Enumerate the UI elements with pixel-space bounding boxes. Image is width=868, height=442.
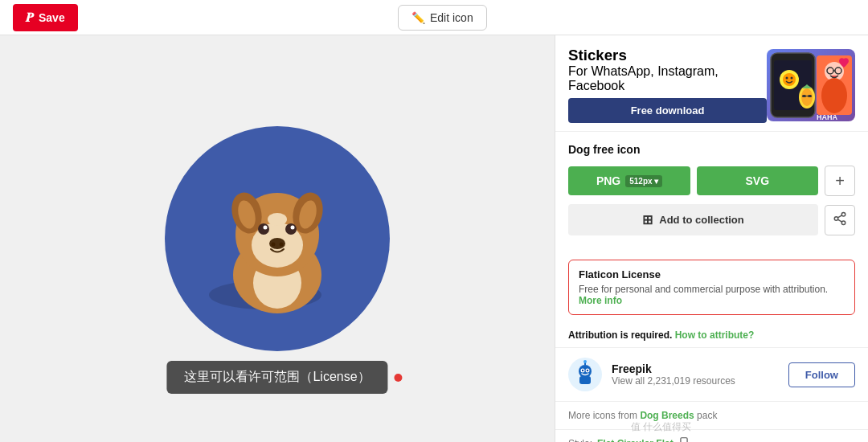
svg-point-41 [579, 365, 592, 378]
top-bar: 𝑷 Save ✏️ Edit icon [0, 0, 868, 35]
stickers-subtitle: For WhatsApp, Instagram, Facebook [568, 64, 767, 93]
watermark-text: 值 什么值得买 [631, 420, 691, 434]
svg-point-21 [786, 76, 788, 79]
icon-section: Dog free icon PNG 512px ▾ SVG + [555, 132, 868, 252]
style-section: Style: Flat Circular Flat [555, 430, 868, 442]
stickers-title: Stickers [568, 47, 767, 64]
collection-row: ⊞ Add to collection [568, 204, 855, 235]
stickers-section: Stickers For WhatsApp, Instagram, Facebo… [555, 35, 868, 132]
svg-point-48 [587, 370, 588, 371]
svg-point-44 [583, 360, 587, 363]
svg-label: SVG [745, 174, 769, 187]
license-tooltip: 这里可以看许可范围（License） [166, 361, 387, 394]
svg-rect-42 [579, 376, 591, 384]
svg-point-15 [280, 243, 284, 247]
dog-icon-circle [165, 126, 390, 351]
license-text: Free for personal and commercial purpose… [579, 284, 845, 306]
collection-label: Add to collection [659, 214, 743, 226]
pinterest-icon: 𝑷 [26, 10, 34, 25]
svg-point-35 [841, 213, 845, 217]
svg-download-button[interactable]: SVG [697, 166, 819, 195]
svg-point-16 [268, 213, 287, 226]
png-download-button[interactable]: PNG 512px ▾ [568, 166, 690, 195]
license-title: Flaticon License [579, 268, 845, 280]
stickers-download-button[interactable]: Free download [568, 98, 767, 123]
edit-icon: ✏️ [411, 11, 425, 24]
svg-line-38 [837, 219, 841, 222]
add-to-collection-button[interactable]: ⊞ Add to collection [568, 204, 818, 235]
svg-point-25 [821, 78, 847, 113]
stickers-download-label: Free download [631, 104, 705, 117]
svg-point-47 [582, 370, 583, 371]
attribution-required: Attribution is required. [568, 329, 672, 341]
license-box: Flaticon License Free for personal and c… [568, 260, 855, 315]
stickers-image: HAHA [767, 49, 855, 121]
pack-link[interactable]: Dog Breeds [640, 410, 694, 421]
follow-button[interactable]: Follow [788, 362, 855, 387]
svg-rect-32 [802, 95, 806, 97]
author-section: Freepik View all 2,231,019 resources Fol… [555, 348, 868, 402]
collection-icon: ⊞ [642, 212, 653, 227]
stickers-preview-svg: HAHA [767, 49, 855, 121]
how-to-attribute-link[interactable]: How to attribute? [675, 329, 755, 341]
share-button[interactable] [825, 205, 855, 235]
license-body: Free for personal and commercial purpose… [579, 284, 828, 295]
bookmark-icon [678, 436, 690, 442]
svg-point-14 [272, 243, 276, 247]
plus-button[interactable]: + [825, 166, 855, 196]
svg-point-12 [291, 226, 295, 230]
svg-text:HAHA: HAHA [817, 113, 837, 121]
tooltip-text: 这里可以看许可范围（License） [184, 369, 370, 386]
tooltip-dot [395, 374, 403, 382]
author-info: Freepik View all 2,231,019 resources [612, 362, 779, 387]
more-icons-text: More icons from [568, 410, 637, 421]
svg-point-10 [285, 223, 297, 235]
save-button[interactable]: 𝑷 Save [13, 4, 78, 31]
svg-point-31 [801, 88, 813, 106]
main-layout: 这里可以看许可范围（License） Stickers For WhatsApp… [0, 0, 868, 442]
size-badge: 512px ▾ [625, 175, 661, 187]
save-label: Save [39, 11, 65, 24]
svg-point-20 [783, 73, 796, 86]
svg-point-22 [791, 76, 793, 79]
more-info-link[interactable]: More info [579, 295, 622, 306]
dog-svg [197, 158, 358, 319]
plus-label: + [835, 172, 845, 190]
svg-point-36 [834, 217, 838, 221]
pack-suffix: pack [697, 410, 717, 421]
style-link[interactable]: Flat Circular Flat [597, 438, 674, 443]
svg-point-11 [264, 226, 268, 230]
right-panel: Stickers For WhatsApp, Instagram, Facebo… [555, 35, 868, 442]
author-resources: View all 2,231,019 resources [612, 375, 779, 387]
share-icon [833, 211, 847, 228]
author-name: Freepik [612, 362, 779, 375]
author-avatar [568, 358, 602, 391]
svg-point-9 [258, 223, 269, 235]
style-label: Style: [568, 438, 592, 443]
icon-title: Dog free icon [568, 143, 855, 156]
freepik-avatar-svg [571, 360, 600, 389]
png-label: PNG [596, 174, 620, 187]
dropdown-arrow: ▾ [654, 177, 658, 186]
stickers-left: Stickers For WhatsApp, Instagram, Facebo… [568, 47, 767, 123]
left-panel: 这里可以看许可范围（License） [0, 35, 555, 442]
attribution-row: Attribution is required. How to attribut… [555, 323, 868, 348]
watermark: 值 什么值得买 [631, 420, 691, 434]
edit-icon-button[interactable]: ✏️ Edit icon [398, 5, 487, 31]
edit-icon-label: Edit icon [430, 11, 473, 24]
svg-line-39 [837, 215, 841, 218]
size-label: 512px [629, 177, 652, 186]
follow-label: Follow [805, 369, 838, 381]
svg-rect-33 [808, 95, 812, 97]
more-icons-section: More icons from Dog Breeds pack [555, 402, 868, 430]
format-row: PNG 512px ▾ SVG + [568, 166, 855, 196]
svg-point-37 [841, 221, 845, 225]
